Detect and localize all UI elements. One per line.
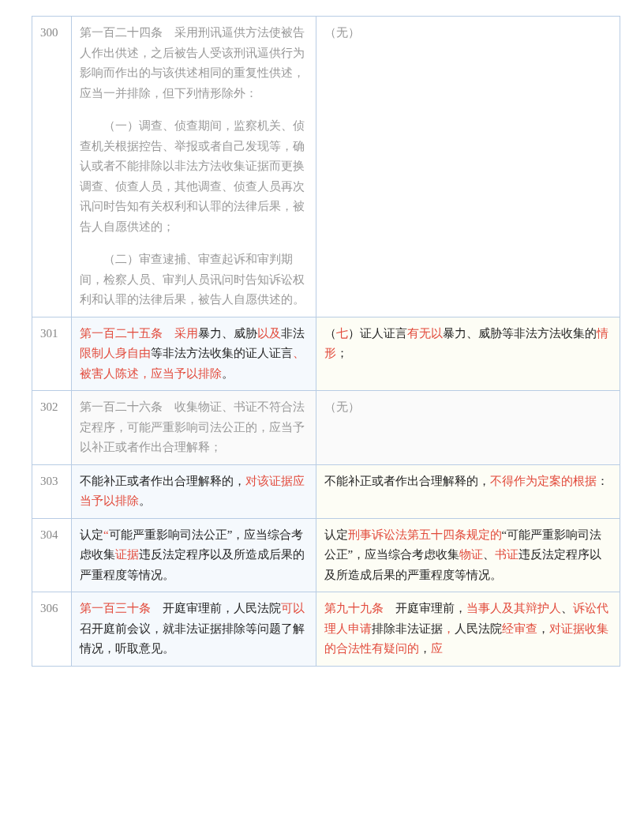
text-run: 。 [222, 367, 234, 380]
paragraph: （无） [324, 23, 612, 43]
text-run: 不能补正或者作出合理解释的， [80, 475, 245, 487]
text-cell: 认定刑事诉讼法第五十四条规定的“可能严重影响司法公正”，应当综合考虑收集物证、书… [316, 518, 620, 592]
paragraph: 第一百三十条 开庭审理前，人民法院可以召开庭前会议，就非法证据排除等问题了解情况… [80, 599, 308, 659]
text-run: 等非法方法收集的证人证言 [151, 347, 293, 359]
text-run: （ [324, 327, 336, 340]
paragraph: （无） [324, 397, 612, 418]
paragraph: 第一百二十六条 收集物证、书证不符合法定程序，可能严重影响司法公正的，应当予以补… [80, 397, 308, 458]
text-run: 认定 [324, 528, 348, 541]
text-run: 、 [561, 602, 573, 614]
text-run: （二）审查逮捕、审查起诉和审判期间，检察人员、审判人员讯问时告知诉讼权利和认罪的… [80, 253, 305, 306]
table-row: 302第一百二十六条 收集物证、书证不符合法定程序，可能严重影响司法公正的，应当… [32, 391, 620, 465]
text-cell: 认定“可能严重影响司法公正”，应当综合考虑收集证据违反法定程序以及所造成后果的严… [71, 518, 316, 592]
row-number: 301 [32, 317, 72, 391]
text-run: 第一百二十四条 采用刑讯逼供方法使被告人作出供述，之后被告人受该刑讯逼供行为影响… [80, 26, 305, 100]
text-run: 开庭审理前，人民法院 [151, 602, 281, 614]
text-run: 第一百二十五条 采用 [80, 327, 198, 340]
text-run: 认定 [80, 528, 103, 541]
text-cell: 第一百三十条 开庭审理前，人民法院可以召开庭前会议，就非法证据排除等问题了解情况… [71, 592, 316, 667]
text-run: 暴力、威胁 [198, 327, 257, 340]
paragraph: 不能补正或者作出合理解释的，不得作为定案的根据： [324, 471, 612, 492]
comparison-table: 300第一百二十四条 采用刑讯逼供方法使被告人作出供述，之后被告人受该刑讯逼供行… [32, 16, 620, 667]
text-run: 刑事诉讼法第五十四条规定的 [348, 528, 502, 541]
text-run: 第九十九条 [324, 602, 384, 614]
text-run: 不能补正或者作出合理解释的， [324, 475, 490, 487]
text-run: 经审查 [502, 622, 537, 635]
text-cell: （无） [316, 17, 620, 317]
text-cell: 第一百二十四条 采用刑讯逼供方法使被告人作出供述，之后被告人受该刑讯逼供行为影响… [71, 17, 316, 317]
table-row: 304认定“可能严重影响司法公正”，应当综合考虑收集证据违反法定程序以及所造成后… [32, 518, 620, 592]
text-cell: （无） [316, 391, 620, 465]
text-run: 物证 [459, 548, 483, 561]
row-number: 300 [32, 17, 72, 317]
paragraph: 认定“可能严重影响司法公正”，应当综合考虑收集证据违反法定程序以及所造成后果的严… [80, 525, 308, 586]
text-run: 书证 [495, 548, 519, 561]
text-run: 不得作为定案的根据 [490, 475, 597, 487]
text-cell: 第九十九条 开庭审理前，当事人及其辩护人、诉讼代理人申请排除非法证据，人民法院经… [316, 592, 620, 667]
text-cell: 不能补正或者作出合理解释的，对该证据应当予以排除。 [71, 464, 316, 518]
text-run: （一）调查、侦查期间，监察机关、侦查机关根据控告、举报或者自己发现等，确认或者不… [80, 119, 305, 233]
text-run: 可以 [281, 602, 305, 614]
text-run: “ [103, 528, 109, 541]
text-run: 七 [336, 327, 348, 340]
row-number: 302 [32, 391, 72, 465]
text-run: 当事人及其辩护人 [466, 602, 561, 614]
text-cell: 第一百二十五条 采用暴力、威胁以及非法限制人身自由等非法方法收集的证人证言、被害… [71, 317, 316, 391]
text-run: 排除非法证据 [372, 622, 443, 635]
text-run: 有无以 [407, 327, 443, 340]
paragraph: （一）调查、侦查期间，监察机关、侦查机关根据控告、举报或者自己发现等，确认或者不… [80, 116, 308, 237]
paragraph: 不能补正或者作出合理解释的，对该证据应当予以排除。 [80, 471, 308, 512]
text-run: 暴力、威胁等非法方法收集的 [443, 327, 597, 340]
paragraph: （七）证人证言有无以暴力、威胁等非法方法收集的情形； [324, 324, 612, 364]
row-number: 304 [32, 518, 72, 592]
row-number: 303 [32, 464, 72, 518]
text-run: （无） [324, 400, 360, 413]
paragraph: （二）审查逮捕、审查起诉和审判期间，检察人员、审判人员讯问时告知诉讼权利和认罪的… [80, 250, 308, 310]
text-run: 限制人身自由 [80, 347, 151, 359]
table-row: 306第一百三十条 开庭审理前，人民法院可以召开庭前会议，就非法证据排除等问题了… [32, 592, 620, 667]
table-row: 301第一百二十五条 采用暴力、威胁以及非法限制人身自由等非法方法收集的证人证言… [32, 317, 620, 391]
text-run: 证据 [115, 548, 139, 561]
text-cell: 第一百二十六条 收集物证、书证不符合法定程序，可能严重影响司法公正的，应当予以补… [71, 391, 316, 465]
text-run: ： [597, 475, 608, 487]
paragraph: 第一百二十四条 采用刑讯逼供方法使被告人作出供述，之后被告人受该刑讯逼供行为影响… [80, 23, 308, 103]
text-run: 非法 [281, 327, 305, 340]
paragraph: 第九十九条 开庭审理前，当事人及其辩护人、诉讼代理人申请排除非法证据，人民法院经… [324, 599, 612, 659]
text-run: ； [336, 347, 348, 359]
text-run: 应 [431, 642, 443, 655]
text-run: 开庭审理前， [384, 602, 466, 614]
text-cell: 不能补正或者作出合理解释的，不得作为定案的根据： [316, 464, 620, 518]
text-run: ）证人证言 [348, 327, 407, 340]
paragraph: 第一百二十五条 采用暴力、威胁以及非法限制人身自由等非法方法收集的证人证言、被害… [80, 324, 308, 385]
row-number: 306 [32, 592, 72, 667]
text-cell: （七）证人证言有无以暴力、威胁等非法方法收集的情形； [316, 317, 620, 391]
text-run: 第一百三十条 [80, 602, 151, 614]
table-row: 300第一百二十四条 采用刑讯逼供方法使被告人作出供述，之后被告人受该刑讯逼供行… [32, 17, 620, 317]
text-run: 召开庭前会议，就非法证据排除等问题了解情况，听取意见。 [80, 622, 305, 656]
text-run: ， [443, 622, 455, 635]
text-run: ， [537, 622, 549, 635]
text-run: ， [419, 642, 431, 655]
text-run: 以及 [257, 327, 281, 340]
text-run: （无） [324, 26, 360, 39]
paragraph: 认定刑事诉讼法第五十四条规定的“可能严重影响司法公正”，应当综合考虑收集物证、书… [324, 525, 612, 586]
text-run: 、 [483, 548, 495, 561]
table-row: 303不能补正或者作出合理解释的，对该证据应当予以排除。不能补正或者作出合理解释… [32, 464, 620, 518]
text-run: 。 [139, 494, 151, 507]
text-run: 人民法院 [455, 622, 502, 635]
text-run: 第一百二十六条 收集物证、书证不符合法定程序，可能严重影响司法公正的，应当予以补… [80, 400, 305, 453]
